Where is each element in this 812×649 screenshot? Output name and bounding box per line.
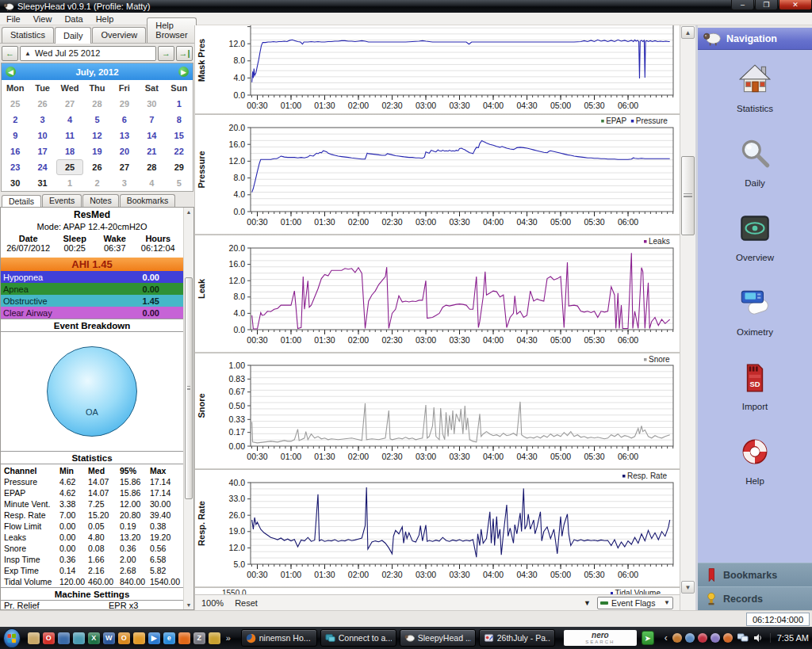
firefox-icon[interactable] xyxy=(178,632,190,644)
charts-scrollbar-thumb[interactable] xyxy=(681,156,695,235)
word-icon[interactable]: W xyxy=(103,632,115,644)
reset-zoom-button[interactable]: Reset xyxy=(235,598,258,608)
prev-day-button[interactable]: ← xyxy=(2,46,18,61)
nero-search-box[interactable]: nero SEARCH xyxy=(564,630,637,646)
sidebar-item-import[interactable]: SDImport xyxy=(698,359,812,433)
chart-plot-resprate[interactable]: 5.012.019.026.033.040.000:3001:0001:3002… xyxy=(195,470,680,586)
calendar-day[interactable]: 23 xyxy=(2,159,29,175)
calendar-day[interactable]: 30 xyxy=(138,96,165,112)
calendar-day[interactable]: 16 xyxy=(2,143,29,159)
calendar-day[interactable]: 12 xyxy=(83,128,110,143)
calendar-day[interactable]: 28 xyxy=(138,159,165,175)
calendar-day[interactable]: 4 xyxy=(56,112,83,128)
ie-icon[interactable]: e xyxy=(163,632,175,644)
calendar-day[interactable]: 3 xyxy=(29,112,56,128)
calendar-day[interactable]: 26 xyxy=(83,159,110,175)
volume-icon[interactable] xyxy=(753,633,763,643)
tab-daily[interactable]: Daily xyxy=(55,27,91,44)
tab-statistics[interactable]: Statistics xyxy=(2,27,54,43)
menu-help[interactable]: Help xyxy=(90,13,121,25)
calendar-day[interactable]: 7 xyxy=(138,112,165,128)
details-scrollbar[interactable]: ▲ ▼ xyxy=(183,208,193,609)
media-player-icon[interactable]: ▶ xyxy=(148,632,160,644)
calendar-day[interactable]: 31 xyxy=(29,175,56,191)
calendar-day[interactable]: 17 xyxy=(29,143,56,159)
sidebar-item-help[interactable]: Help xyxy=(698,433,812,508)
detail-tab-notes[interactable]: Notes xyxy=(82,194,118,207)
details-scrollbar-thumb[interactable] xyxy=(185,277,193,499)
zip-icon[interactable]: Z xyxy=(193,632,205,644)
date-combo[interactable]: ▲ Wed Jul 25 2012 xyxy=(20,46,156,61)
taskbar-task-2[interactable]: Connect to a... xyxy=(320,629,396,647)
calendar-day[interactable]: 1 xyxy=(166,96,193,112)
menu-file[interactable]: File xyxy=(0,13,27,25)
calendar-day[interactable]: 11 xyxy=(56,128,83,143)
chart-tidal-volume-clipped[interactable]: 1550.0 Tidal Volume xyxy=(195,588,680,594)
calendar-day[interactable]: 1 xyxy=(56,175,83,191)
taskbar-task-4[interactable]: 26thJuly - Pa... xyxy=(479,629,555,647)
network-icon[interactable] xyxy=(737,633,749,643)
detail-tab-details[interactable]: Details xyxy=(2,195,41,208)
sidebar-item-overview[interactable]: Overview xyxy=(698,210,812,284)
start-button[interactable] xyxy=(3,628,21,648)
calendar-day[interactable]: 24 xyxy=(29,159,56,175)
calendar-day[interactable]: 27 xyxy=(111,159,138,175)
latest-day-button[interactable]: →| xyxy=(176,46,193,61)
sidebar-item-daily[interactable]: Daily xyxy=(698,136,812,210)
tab-help-browser[interactable]: Help Browser xyxy=(147,17,196,43)
network-pc-tray-icon[interactable] xyxy=(685,633,695,643)
alarm-icon[interactable] xyxy=(133,632,145,644)
quicktime-tray-icon[interactable] xyxy=(723,633,733,643)
user-account-icon[interactable] xyxy=(28,632,40,644)
calendar-day[interactable]: 15 xyxy=(166,128,193,143)
outlook-icon[interactable]: O xyxy=(118,632,130,644)
calendar-day[interactable]: 5 xyxy=(166,175,193,191)
menu-view[interactable]: View xyxy=(27,13,59,25)
calendar-day[interactable]: 26 xyxy=(29,96,56,112)
tray-chevron-icon[interactable]: ‹ xyxy=(663,632,669,643)
calendar-day[interactable]: 27 xyxy=(56,96,83,112)
charts-scroll-down-icon[interactable]: ▼ xyxy=(681,581,695,594)
menu-data[interactable]: Data xyxy=(58,13,89,25)
calendar-day[interactable]: 8 xyxy=(166,112,193,128)
sidebar-item-statistics[interactable]: Statistics xyxy=(698,61,812,136)
nero-go-button[interactable]: ➤ xyxy=(642,631,654,645)
calendar-day[interactable]: 21 xyxy=(138,143,165,159)
calendar-next-month-icon[interactable]: ▶ xyxy=(178,67,189,77)
scroll-up-icon[interactable]: ▲ xyxy=(184,208,193,216)
minimize-button[interactable]: – xyxy=(731,0,754,10)
calendar-day[interactable]: 25 xyxy=(56,159,83,175)
zoom-level-label[interactable]: 100% xyxy=(201,598,224,608)
quicklaunch-overflow-chevron[interactable]: » xyxy=(223,633,234,643)
calendar-day[interactable]: 4 xyxy=(138,175,165,191)
calendar-day[interactable]: 29 xyxy=(166,159,193,175)
opera-icon[interactable]: O xyxy=(43,632,55,644)
calendar-day[interactable]: 14 xyxy=(138,128,165,143)
calendar-day[interactable]: 5 xyxy=(83,112,110,128)
sidebar-panel-records[interactable]: Records xyxy=(698,586,812,610)
taskbar-task-1[interactable]: ninemsn Ho... xyxy=(241,629,317,647)
calendar-day[interactable]: 3 xyxy=(111,175,138,191)
calendar-day[interactable]: 13 xyxy=(111,128,138,143)
calendar-day[interactable]: 2 xyxy=(2,112,29,128)
calendar-day[interactable]: 30 xyxy=(2,175,29,191)
collapse-triangle-icon[interactable]: ▼ xyxy=(584,599,591,607)
charts-scrollbar[interactable]: ▲ ▼ xyxy=(680,25,695,610)
calendar-day[interactable]: 10 xyxy=(29,128,56,143)
restore-button[interactable]: ❐ xyxy=(755,0,778,10)
calendar-day[interactable]: 29 xyxy=(111,96,138,112)
sidebar-panel-bookmarks[interactable]: Bookmarks xyxy=(698,563,812,586)
chart-plot-pressure[interactable]: 0.04.08.012.016.020.000:3001:0001:3002:0… xyxy=(195,115,680,234)
calendar-day[interactable]: 9 xyxy=(2,128,29,143)
taskbar-task-3[interactable]: SleepyHead ... xyxy=(400,629,476,647)
calendar-prev-month-icon[interactable]: ◀ xyxy=(6,67,16,77)
calendar-day[interactable]: 6 xyxy=(111,112,138,128)
calendar-day[interactable]: 2 xyxy=(83,175,110,191)
calendar-day[interactable]: 20 xyxy=(111,143,138,159)
excel-icon[interactable]: X xyxy=(88,632,100,644)
display-icon[interactable] xyxy=(58,632,70,644)
sidebar-item-oximetry[interactable]: Oximetry xyxy=(698,284,812,359)
close-button[interactable]: ✕ xyxy=(779,0,812,10)
chart-plot-snore[interactable]: 0.000.170.330.500.670.831.0000:3001:0001… xyxy=(195,353,680,468)
chrome-icon[interactable] xyxy=(209,632,220,644)
